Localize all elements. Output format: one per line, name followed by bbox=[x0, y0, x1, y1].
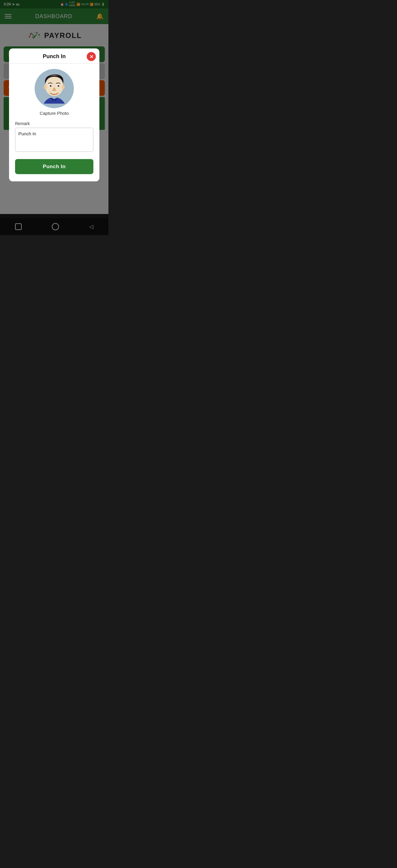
close-icon: ✕ bbox=[90, 54, 93, 59]
modal-header: Punch In ✕ bbox=[9, 49, 99, 64]
modal-close-button[interactable]: ✕ bbox=[87, 52, 96, 61]
svg-point-14 bbox=[51, 85, 51, 86]
svg-point-13 bbox=[58, 85, 59, 87]
avatar-area[interactable]: Capture Photo bbox=[9, 64, 99, 119]
svg-point-7 bbox=[45, 77, 63, 96]
svg-point-8 bbox=[44, 85, 47, 89]
capture-photo-label: Capture Photo bbox=[40, 111, 69, 116]
punch-in-modal: Punch In ✕ bbox=[9, 49, 99, 181]
modal-title: Punch In bbox=[43, 53, 66, 60]
remark-label: Remark bbox=[15, 121, 93, 126]
remark-area: Remark Punch In bbox=[9, 119, 99, 157]
svg-point-15 bbox=[59, 85, 59, 86]
face-avatar-image bbox=[35, 69, 74, 108]
svg-point-12 bbox=[50, 85, 52, 87]
avatar-circle[interactable] bbox=[35, 69, 74, 108]
remark-input[interactable]: Punch In bbox=[15, 128, 93, 152]
svg-point-9 bbox=[62, 85, 65, 89]
punch-in-button[interactable]: Punch In bbox=[15, 159, 93, 174]
